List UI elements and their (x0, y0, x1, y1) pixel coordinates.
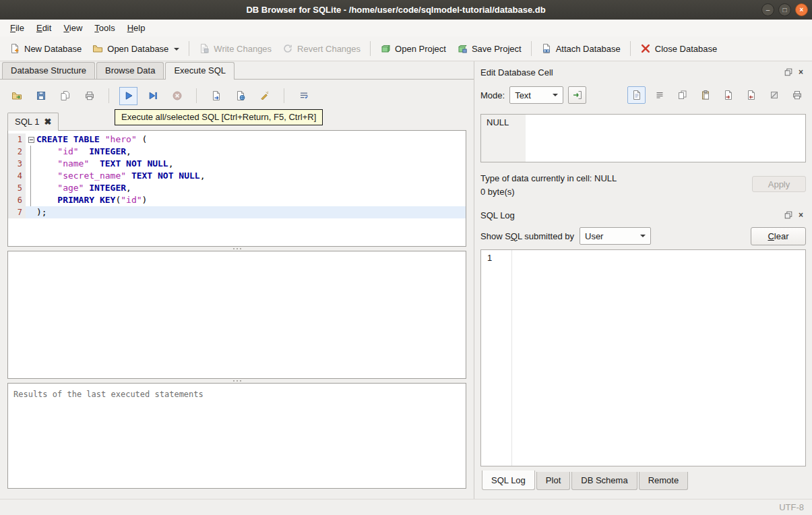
set-null-button[interactable] (765, 86, 783, 104)
tab-label: Remote (648, 475, 679, 485)
menu-help[interactable]: Help (121, 21, 152, 35)
code-line[interactable]: 2 "id" INTEGER, (8, 146, 466, 158)
new-database-label: New Database (24, 44, 82, 54)
revert-changes-button[interactable]: Revert Changes (277, 40, 366, 57)
word-wrap-button[interactable] (294, 87, 313, 105)
sql-log-view[interactable]: 1 (480, 249, 806, 466)
bottom-tab-remote[interactable]: Remote (639, 472, 689, 490)
write-changes-button[interactable]: Write Changes (193, 40, 277, 57)
main-tabbar: Database StructureBrowse DataExecute SQL (0, 61, 474, 80)
menu-file[interactable]: File (4, 21, 30, 35)
copy-button[interactable] (673, 86, 691, 104)
new-database-icon (9, 43, 20, 54)
menu-view[interactable]: View (57, 21, 88, 35)
open-sql-button[interactable] (7, 87, 26, 105)
close-panel-button[interactable]: × (796, 210, 806, 220)
sql-editor-tab[interactable]: SQL 1 ✖ (7, 113, 59, 131)
code-line[interactable]: 1CREATE TABLE "hero" ( (8, 133, 466, 146)
open-project-button[interactable]: Open Project (375, 40, 451, 57)
tab-label: Database Structure (11, 65, 86, 75)
export-data-button[interactable] (742, 86, 760, 104)
close-database-label: Close Database (655, 44, 718, 54)
log-filter-select[interactable]: User (580, 227, 651, 245)
cell-info-row: Type of data currently in cell: NULL 0 b… (480, 173, 806, 197)
titlebar[interactable]: DB Browser for SQLite - /home/user/code/… (0, 0, 812, 20)
close-button[interactable]: × (795, 3, 808, 16)
tab-label: Browse Data (105, 65, 155, 75)
open-project-label: Open Project (395, 44, 446, 54)
float-panel-button[interactable] (783, 210, 793, 220)
stop-icon (172, 90, 183, 101)
tooltip: Execute all/selected SQL [Ctrl+Return, F… (115, 109, 323, 125)
write-changes-icon (199, 43, 210, 54)
bottom-tab-db-schema[interactable]: DB Schema (571, 472, 637, 490)
tab-execute-sql[interactable]: Execute SQL (165, 62, 235, 80)
dropdown-caret-icon[interactable] (174, 48, 179, 53)
line-number: 3 (8, 158, 26, 170)
execute-line-button[interactable] (144, 87, 162, 105)
cell-import-group (568, 86, 586, 104)
cell-value-body[interactable] (526, 115, 805, 162)
text-view-icon (631, 90, 642, 100)
save-sql-button[interactable] (32, 87, 50, 105)
execute-line-icon (148, 90, 158, 101)
paste-button[interactable] (696, 86, 714, 104)
print-button[interactable] (788, 86, 806, 104)
apply-button[interactable]: Apply (752, 176, 806, 192)
menu-tools[interactable]: Tools (88, 21, 121, 35)
close-panel-button[interactable]: × (796, 67, 806, 78)
code-line[interactable]: 4 "secret_name" TEXT NOT NULL, (8, 170, 466, 182)
export-sql-button[interactable] (207, 87, 225, 105)
maximize-button[interactable]: □ (778, 3, 791, 16)
tab-browse-data[interactable]: Browse Data (96, 62, 164, 79)
new-database-button[interactable]: New Database (4, 40, 87, 57)
code-line[interactable]: 7); (8, 206, 466, 218)
cell-value-editor[interactable]: NULL (480, 114, 806, 162)
line-number: 4 (8, 170, 26, 182)
log-body[interactable] (512, 250, 805, 466)
print-button[interactable] (80, 87, 98, 105)
tab-close-icon[interactable]: ✖ (44, 118, 51, 125)
save-sql-as-button[interactable] (56, 87, 74, 105)
menu-edit[interactable]: Edit (30, 21, 57, 35)
code-line[interactable]: 6 PRIMARY KEY("id") (8, 194, 466, 206)
word-wrap-icon (299, 90, 309, 101)
import-data-button[interactable] (719, 86, 737, 104)
open-database-button[interactable]: Open Database (87, 40, 185, 57)
execute-all-button[interactable] (119, 87, 137, 105)
sql-code-editor[interactable]: 1CREATE TABLE "hero" (2 "id" INTEGER,3 "… (7, 130, 466, 247)
bottom-tab-plot[interactable]: Plot (536, 472, 570, 490)
tooltip-text: Execute all/selected SQL [Ctrl+Return, F… (121, 112, 316, 122)
code-line[interactable]: 5 "age" INTEGER, (8, 182, 466, 194)
main-toolbar: New DatabaseOpen DatabaseWrite ChangesRe… (0, 36, 812, 61)
text-view-button[interactable] (627, 86, 646, 104)
fold-toggle-icon[interactable] (26, 133, 36, 146)
results-grid[interactable] (7, 251, 466, 379)
stop-button[interactable] (168, 87, 186, 105)
toolbar-separator (196, 88, 197, 103)
mode-select[interactable]: Text (509, 86, 563, 104)
wrap-text-button[interactable] (650, 86, 668, 104)
browse-table-button[interactable] (231, 87, 249, 105)
execute-all-icon (123, 90, 134, 101)
float-panel-button[interactable] (783, 67, 793, 78)
import-file-button[interactable] (568, 86, 586, 104)
close-database-button[interactable]: Close Database (635, 40, 723, 57)
attach-database-button[interactable]: Attach Database (536, 40, 626, 57)
bottom-tab-sql-log[interactable]: SQL Log (482, 471, 535, 490)
tab-database-structure[interactable]: Database Structure (2, 62, 95, 79)
left-panel: Database StructureBrowse DataExecute SQL… (0, 61, 474, 499)
minimize-button[interactable]: – (761, 3, 774, 16)
format-sql-button[interactable] (255, 87, 274, 105)
code-line[interactable]: 3 "name" TEXT NOT NULL, (8, 158, 466, 170)
tab-label: DB Schema (581, 475, 627, 485)
edit-cell-header: Edit Database Cell × (480, 65, 806, 80)
code-text: ); (36, 206, 466, 218)
clear-log-button[interactable]: Clear (751, 227, 806, 245)
float-icon (784, 210, 793, 220)
paste-icon (700, 90, 711, 100)
write-changes-label: Write Changes (214, 44, 272, 54)
execution-log-pane[interactable]: Results of the last executed statements (7, 383, 466, 489)
open-database-icon (92, 43, 103, 54)
save-project-button[interactable]: Save Project (451, 40, 527, 57)
